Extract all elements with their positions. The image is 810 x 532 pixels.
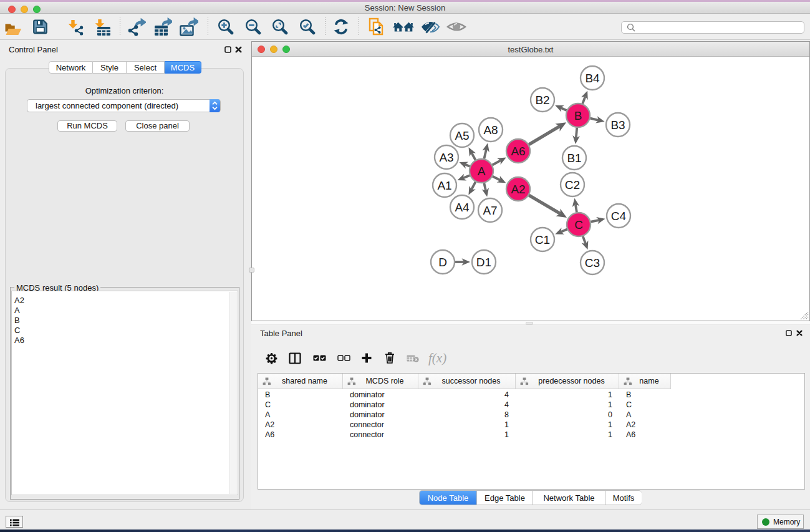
svg-text:A8: A8 (483, 123, 498, 137)
svg-text:D: D (438, 256, 447, 269)
svg-text:A1: A1 (437, 179, 451, 192)
svg-text:A3: A3 (439, 151, 453, 164)
svg-text:B3: B3 (610, 118, 625, 132)
svg-text:C2: C2 (565, 178, 580, 191)
svg-text:C3: C3 (585, 256, 600, 269)
svg-text:A7: A7 (483, 204, 497, 217)
svg-text:A4: A4 (455, 201, 470, 214)
svg-text:D1: D1 (476, 256, 491, 269)
svg-text:A6: A6 (511, 145, 525, 158)
svg-text:B2: B2 (535, 94, 549, 107)
svg-text:B1: B1 (567, 152, 581, 165)
svg-text:C1: C1 (535, 233, 550, 246)
svg-text:B: B (574, 109, 582, 122)
svg-text:B4: B4 (585, 72, 600, 85)
svg-text:C4: C4 (611, 210, 627, 223)
svg-text:A: A (478, 165, 486, 178)
svg-text:A2: A2 (511, 183, 525, 196)
svg-text:A5: A5 (455, 129, 469, 142)
svg-text:C: C (574, 218, 583, 231)
